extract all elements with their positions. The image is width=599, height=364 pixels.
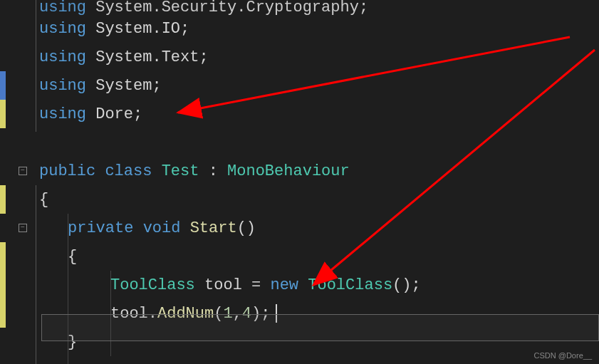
constructor: ToolClass bbox=[308, 276, 392, 294]
change-marker-yellow bbox=[0, 299, 6, 328]
code-line: } bbox=[0, 328, 599, 356]
fold-button[interactable]: − bbox=[19, 167, 27, 175]
code-line: using System; bbox=[0, 71, 599, 100]
code-editor[interactable]: using System.Security.Cryptography; usin… bbox=[0, 0, 599, 364]
change-marker-blue bbox=[0, 71, 6, 100]
keyword-public: public bbox=[39, 162, 95, 180]
keyword-private: private bbox=[68, 219, 133, 237]
code-line: { bbox=[0, 185, 599, 214]
code-line: using Dore; bbox=[0, 100, 599, 128]
variable: tool bbox=[204, 276, 242, 294]
namespace: System.Text bbox=[95, 48, 199, 66]
code-line-current: tool.AddNum(1,4); bbox=[0, 299, 599, 328]
change-marker-yellow bbox=[0, 100, 6, 128]
code-line: using System.Text; bbox=[0, 43, 599, 71]
namespace: System.IO bbox=[95, 20, 180, 38]
variable: tool bbox=[110, 305, 148, 323]
change-marker-yellow bbox=[0, 271, 6, 299]
keyword-new: new bbox=[270, 276, 298, 294]
code-line: { bbox=[0, 242, 599, 271]
watermark: CSDN @Dore__ bbox=[534, 351, 592, 360]
method-call: AddNum bbox=[157, 305, 214, 323]
change-marker-yellow bbox=[0, 242, 6, 271]
code-line: ToolClass tool = new ToolClass(); bbox=[0, 271, 599, 299]
number: 1 bbox=[223, 305, 232, 323]
namespace: Dore bbox=[95, 105, 133, 123]
code-line: − public class Test : MonoBehaviour bbox=[0, 157, 599, 185]
number: 4 bbox=[242, 305, 251, 323]
keyword-void: void bbox=[143, 219, 181, 237]
change-marker-yellow bbox=[0, 185, 6, 214]
text-cursor bbox=[276, 304, 277, 323]
class-name: Test bbox=[162, 162, 199, 180]
keyword-using: using bbox=[39, 77, 86, 95]
code-line: − private void Start() bbox=[0, 214, 599, 242]
brace: } bbox=[68, 333, 77, 351]
brace: { bbox=[39, 191, 48, 209]
keyword-class: class bbox=[105, 162, 152, 180]
keyword-using: using bbox=[39, 105, 86, 123]
keyword-using: using bbox=[39, 20, 86, 38]
blank-line bbox=[0, 128, 599, 157]
base-class: MonoBehaviour bbox=[227, 162, 350, 180]
code-line: using System.IO; bbox=[0, 14, 599, 43]
namespace: System bbox=[95, 77, 152, 95]
code-line: using System.Security.Cryptography; bbox=[0, 0, 599, 14]
fold-button[interactable]: − bbox=[19, 224, 27, 232]
keyword-using: using bbox=[39, 48, 86, 66]
brace: { bbox=[68, 248, 77, 266]
type-name: ToolClass bbox=[110, 276, 195, 294]
method-name: Start bbox=[190, 219, 237, 237]
